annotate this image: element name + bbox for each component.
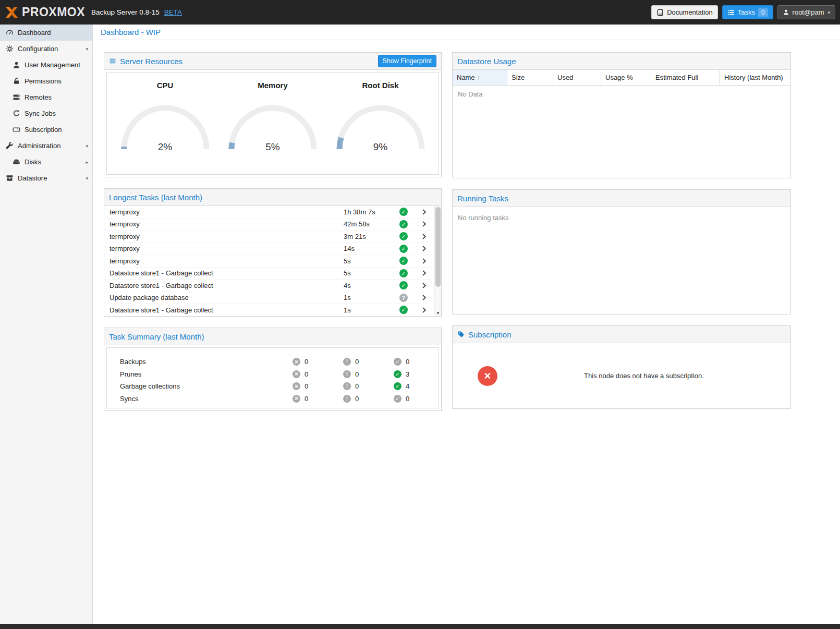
task-list-icon [727, 9, 735, 16]
ok-count: 3 [406, 370, 409, 378]
collapse-arrow-icon[interactable]: ▾ [86, 143, 88, 149]
task-name: termproxy [109, 233, 344, 240]
chevron-right-icon[interactable] [421, 258, 428, 264]
running-tasks-panel: Running Tasks No running tasks [452, 189, 791, 314]
task-status-icon [399, 294, 408, 302]
chevron-right-icon[interactable] [421, 307, 428, 313]
error-count: 0 [305, 395, 308, 403]
sidebar-item-user-management[interactable]: User Management [0, 57, 92, 73]
server-resources-panel: Server Resources Show Fingerprint CPU [104, 52, 442, 177]
no-running-tasks-text: No running tasks [453, 207, 790, 228]
scrollbar-thumb[interactable] [435, 207, 441, 287]
task-status-icon [399, 232, 408, 240]
tachometer-icon [5, 29, 14, 37]
task-row[interactable]: termproxy 5s [104, 255, 434, 268]
memory-gauge: Memory 5% [223, 81, 322, 153]
no-subscription-icon: × [478, 366, 497, 386]
bottom-bar [0, 624, 840, 629]
error-circle-icon [293, 370, 300, 378]
server-icon [12, 93, 20, 102]
task-summary-panel: Task Summary (last Month) Backups 0 0 0 [104, 328, 442, 411]
task-row[interactable]: Datastore store1 - Garbage collect 5s [104, 268, 434, 280]
scrollbar[interactable]: ▼ [434, 206, 441, 316]
sidebar-item-label: Remotes [25, 93, 52, 101]
task-name: Datastore store1 - Garbage collect [109, 306, 344, 314]
task-name: Datastore store1 - Garbage collect [109, 269, 344, 277]
documentation-button[interactable]: Documentation [651, 5, 717, 19]
refresh-icon [12, 110, 20, 118]
task-row[interactable]: Datastore store1 - Garbage collect 1s [104, 304, 434, 316]
task-row[interactable]: termproxy 14s [104, 243, 434, 256]
gauges-container: CPU 2% Memory [106, 72, 439, 175]
task-name: termproxy [109, 245, 344, 252]
user-icon [783, 9, 789, 16]
chevron-right-icon[interactable] [421, 221, 428, 227]
sidebar-item-datastore[interactable]: Datastore ▾ [0, 170, 92, 186]
column-header-size[interactable]: Size [507, 70, 553, 85]
sidebar-item-subscription[interactable]: Subscription [0, 122, 92, 138]
error-circle-icon [293, 358, 300, 366]
sidebar-item-dashboard[interactable]: Dashboard [0, 25, 92, 41]
task-row[interactable]: termproxy 1h 38m 7s [104, 206, 434, 219]
expand-arrow-icon[interactable]: ▸ [86, 160, 88, 165]
error-circle-icon [293, 395, 300, 403]
task-duration: 14s [344, 245, 394, 252]
sidebar-item-remotes[interactable]: Remotes [0, 89, 92, 105]
topbar-actions: Documentation Tasks 0 root@pam ▾ [651, 5, 835, 19]
gears-icon [5, 45, 14, 53]
sidebar-item-administration[interactable]: Administration ▾ [0, 138, 92, 154]
task-duration: 5s [344, 257, 394, 265]
user-menu-button[interactable]: root@pam ▾ [777, 5, 835, 19]
summary-label: Syncs [120, 395, 293, 403]
chevron-right-icon[interactable] [421, 233, 428, 240]
panel-title: Subscription [468, 330, 512, 339]
table-header-row: Name↑ Size Used Usage % Estimated Full H… [453, 70, 790, 86]
ok-count: 4 [406, 382, 409, 390]
proxmox-x-icon [5, 7, 19, 18]
task-row[interactable]: termproxy 3m 21s [104, 231, 434, 243]
task-row[interactable]: Datastore store1 - Garbage collect 4s [104, 280, 434, 292]
chevron-right-icon[interactable] [421, 282, 428, 289]
sidebar-item-sync-jobs[interactable]: Sync Jobs [0, 105, 92, 122]
user-icon [12, 61, 20, 69]
caret-down-icon: ▾ [827, 10, 830, 15]
sidebar-item-permissions[interactable]: Permissions [0, 73, 92, 89]
column-header-usage-pct[interactable]: Usage % [601, 70, 651, 85]
task-name: termproxy [109, 220, 344, 228]
dashboard-content: Server Resources Show Fingerprint CPU [93, 40, 840, 411]
warning-count: 0 [355, 370, 359, 378]
task-row[interactable]: termproxy 42m 58s [104, 219, 434, 231]
scroll-down-arrow-icon[interactable]: ▼ [435, 311, 441, 316]
server-resources-icon [109, 57, 116, 65]
chevron-right-icon[interactable] [421, 245, 428, 252]
chevron-right-icon[interactable] [421, 270, 428, 276]
cpu-gauge: CPU 2% [116, 81, 215, 153]
chevron-right-icon[interactable] [421, 294, 428, 301]
tag-icon [457, 331, 465, 338]
gauge-label: CPU [157, 81, 174, 90]
panel-title: Task Summary (last Month) [109, 332, 204, 341]
tasks-button[interactable]: Tasks 0 [722, 5, 773, 19]
task-duration: 1s [344, 306, 394, 314]
task-row[interactable]: Update package database 1s [104, 292, 434, 305]
sidebar-item-label: Subscription [25, 126, 62, 134]
beta-link[interactable]: BETA [164, 8, 182, 16]
sidebar-item-configuration[interactable]: Configuration ▾ [0, 41, 92, 57]
show-fingerprint-button[interactable]: Show Fingerprint [378, 55, 437, 67]
warning-circle-icon [343, 358, 351, 366]
task-status-icon [399, 245, 408, 253]
sidebar-item-disks[interactable]: Disks ▸ [0, 154, 92, 170]
brand-text: PROXMOX [22, 5, 85, 19]
collapse-arrow-icon[interactable]: ▾ [86, 46, 88, 52]
error-count: 0 [305, 382, 308, 390]
collapse-arrow-icon[interactable]: ▾ [86, 176, 88, 181]
column-header-estimated-full[interactable]: Estimated Full [651, 70, 720, 85]
column-header-history[interactable]: History (last Month) [720, 70, 790, 85]
subscription-message: This node does not have a subscription. [497, 372, 790, 380]
datastore-usage-panel: Datastore Usage Name↑ Size Used Usage % … [452, 52, 791, 178]
sidebar-item-label: Permissions [25, 77, 62, 85]
summary-row: Backups 0 0 0 [107, 356, 439, 368]
chevron-right-icon[interactable] [421, 209, 428, 215]
column-header-name[interactable]: Name↑ [453, 70, 507, 85]
column-header-used[interactable]: Used [553, 70, 601, 85]
